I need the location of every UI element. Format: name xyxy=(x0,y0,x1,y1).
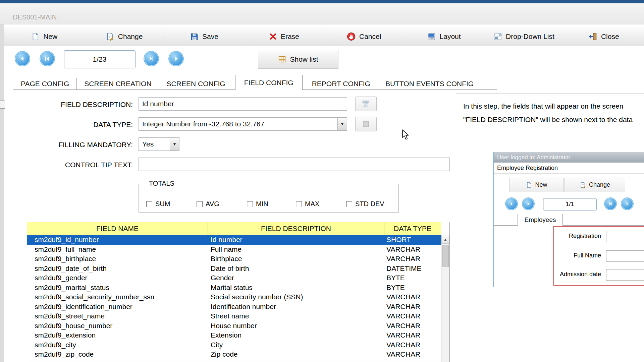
table-row[interactable]: sm2duf9_social_security_number_ssn Socia… xyxy=(27,292,441,302)
record-counter[interactable]: 1/23 xyxy=(64,50,136,68)
table-row[interactable]: sm2duf9_zip_code Zip code VARCHAR xyxy=(27,350,441,359)
preview-highlighted-fields-area: Registration Full Name Admission date xyxy=(553,226,644,286)
control-tip-input[interactable] xyxy=(139,158,450,171)
max-checkbox[interactable]: MAX xyxy=(296,200,319,208)
nav-next-button[interactable] xyxy=(168,51,184,66)
window-edge-widget xyxy=(0,101,5,109)
cell-data-type: BYTE xyxy=(384,283,441,293)
cell-field-description: Birthplace xyxy=(208,254,384,264)
data-type-label: DATA TYPE: xyxy=(5,121,133,129)
cell-data-type: VARCHAR xyxy=(384,292,441,302)
stddev-checkbox[interactable]: STD DEV xyxy=(346,200,384,208)
table-row[interactable]: sm2duf9_marital_status Marital status BY… xyxy=(27,283,441,293)
field-description-input[interactable] xyxy=(139,97,347,111)
disabled-tool-button[interactable] xyxy=(355,117,377,131)
table-row[interactable]: sm2duf9_street_name Street name VARCHAR xyxy=(27,311,441,321)
preview-fullname-input xyxy=(606,250,644,262)
tab-button-events-config[interactable]: BUTTON EVENTS CONFIG xyxy=(378,78,481,90)
window-accent-strip xyxy=(0,0,644,3)
cancel-button-label: Cancel xyxy=(359,33,381,41)
mouse-cursor xyxy=(401,129,410,140)
title-bar[interactable]: DES001-MAIN xyxy=(0,3,644,24)
change-button[interactable]: Change xyxy=(84,27,164,46)
nav-last-button[interactable] xyxy=(144,51,159,66)
main-toolbar: New Change Save Erase Cancel Layout Drop… xyxy=(4,27,644,46)
tab-report-config[interactable]: REPORT CONFIG xyxy=(305,78,378,90)
cell-field-description: Zip code xyxy=(208,350,384,359)
tab-screen-creation[interactable]: SCREEN CREATION xyxy=(77,78,159,90)
avg-label: AVG xyxy=(206,200,219,208)
checkbox-box xyxy=(247,201,253,207)
table-row[interactable]: sm2duf9_birthplace Birthplace VARCHAR xyxy=(27,254,441,264)
stddev-label: STD DEV xyxy=(355,200,384,208)
cell-field-name: sm2duf9_id_number xyxy=(27,235,208,245)
sum-label: SUM xyxy=(155,200,170,208)
header-data-type: DATA TYPE xyxy=(384,222,441,235)
cell-data-type: BYTE xyxy=(384,273,441,283)
table-row[interactable]: sm2duf9_city City VARCHAR xyxy=(27,340,441,350)
table-scrollbar[interactable]: ▲ xyxy=(441,235,449,362)
cell-field-name: sm2duf9_marital_status xyxy=(27,283,208,293)
cell-field-description: Gender xyxy=(208,273,384,283)
close-button-label: Close xyxy=(601,33,619,41)
cell-data-type: VARCHAR xyxy=(384,340,441,350)
cancel-button[interactable]: Cancel xyxy=(324,27,404,46)
table-row[interactable]: sm2duf9_extension Extension VARCHAR xyxy=(27,330,441,340)
scrollbar-up-icon[interactable]: ▲ xyxy=(441,235,449,244)
previous-arrow-icon xyxy=(19,55,26,62)
table-row[interactable]: sm2duf9_full_name Full name VARCHAR xyxy=(27,245,441,254)
link-fields-button[interactable] xyxy=(355,97,377,111)
tab-field-config[interactable]: FIELD CONFIG xyxy=(235,75,303,90)
avg-checkbox[interactable]: AVG xyxy=(197,200,219,208)
tab-page-config[interactable]: PAGE CONFIG xyxy=(13,78,77,90)
new-button[interactable]: New xyxy=(4,27,84,46)
change-button-label: Change xyxy=(118,33,143,41)
blank-disabled-icon xyxy=(362,120,370,128)
scrollbar-thumb[interactable] xyxy=(442,245,449,267)
nav-previous-button[interactable] xyxy=(15,51,30,66)
screen-preview-window: User logged in: Administrator Employee R… xyxy=(493,152,644,287)
cell-field-description: Date of birth xyxy=(208,264,384,274)
header-field-name: FIELD NAME xyxy=(27,222,208,235)
cell-data-type: VARCHAR xyxy=(384,254,441,264)
close-exit-door-icon xyxy=(589,32,597,41)
show-list-label: Show list xyxy=(290,55,318,63)
erase-button[interactable]: Erase xyxy=(244,27,324,46)
layout-button[interactable]: Layout xyxy=(404,27,484,46)
table-row[interactable]: sm2duf9_date_of_birth Date of birth DATE… xyxy=(27,264,441,274)
preview-registration-label: Registration xyxy=(554,233,601,240)
last-record-icon xyxy=(148,55,155,62)
table-row[interactable]: sm2duf9_gender Gender BYTE xyxy=(27,273,441,283)
cell-field-name: sm2duf9_full_name xyxy=(27,245,208,254)
cell-data-type: VARCHAR xyxy=(384,311,441,321)
save-floppy-icon xyxy=(190,32,199,41)
preview-admission-date-input xyxy=(606,269,644,281)
cell-field-name: sm2duf9_birthplace xyxy=(27,254,208,264)
save-button[interactable]: Save xyxy=(164,27,244,46)
table-row[interactable]: sm2duf9_identification_number Identifica… xyxy=(27,302,441,312)
preview-new-button: New xyxy=(509,178,564,192)
preview-new-label: New xyxy=(535,181,547,188)
header-corner xyxy=(441,222,449,235)
filling-mandatory-select[interactable]: Yes ▼ xyxy=(139,137,179,151)
cell-data-type: VARCHAR xyxy=(384,321,441,331)
cell-field-name: sm2duf9_social_security_number_ssn xyxy=(27,292,208,302)
show-list-button[interactable]: Show list xyxy=(258,50,338,69)
min-checkbox[interactable]: MIN xyxy=(247,200,268,208)
app-window: DES001-MAIN New Change Save Erase Cancel… xyxy=(0,0,644,362)
fields-table: FIELD NAME FIELD DESCRIPTION DATA TYPE s… xyxy=(27,222,450,362)
close-button[interactable]: Close xyxy=(564,27,644,46)
table-row[interactable]: sm2duf9_house_number House number VARCHA… xyxy=(27,321,441,331)
preview-change-label: Change xyxy=(589,181,610,188)
cell-data-type: VARCHAR xyxy=(384,245,441,254)
dropdown-list-button[interactable]: Drop-Down List xyxy=(484,27,564,46)
chevron-down-icon[interactable]: ▼ xyxy=(170,138,179,150)
tab-screen-config[interactable]: SCREEN CONFIG xyxy=(159,78,233,90)
nav-first-button[interactable] xyxy=(40,51,55,66)
data-type-select[interactable]: Integer Number from -32.768 to 32.767 ▼ xyxy=(139,117,347,131)
chevron-down-icon[interactable]: ▼ xyxy=(337,118,347,130)
header-field-description: FIELD DESCRIPTION xyxy=(208,222,384,235)
table-row[interactable]: sm2duf9_id_number Id number SHORT xyxy=(27,235,441,245)
preview-new-document-icon xyxy=(526,182,532,188)
sum-checkbox[interactable]: SUM xyxy=(146,200,170,208)
